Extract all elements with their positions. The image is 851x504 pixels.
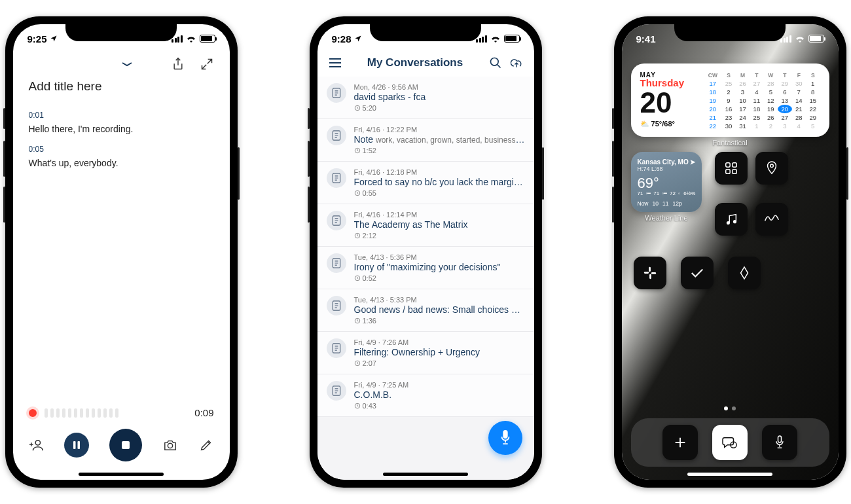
wifi-icon (795, 35, 805, 43)
conversation-duration: 2:07 (354, 359, 525, 367)
app-icon-maps[interactable] (755, 152, 788, 185)
location-arrow-icon: ➤ (690, 158, 695, 166)
weather-trend: 71◦━ 71◦━ 72◦ 6½% (638, 190, 696, 196)
conversation-row[interactable]: Fri, 4/9 · 7:26 AMFiltering: Ownership +… (317, 332, 534, 374)
svg-rect-32 (649, 274, 651, 279)
cloud-upload-icon[interactable] (509, 56, 524, 70)
note-icon (327, 211, 346, 230)
svg-point-27 (727, 222, 730, 225)
svg-rect-2 (78, 441, 81, 449)
calendar-weather-summary: ⛅ 75°/68° (640, 120, 699, 128)
page-dots[interactable] (724, 406, 736, 410)
conversation-row[interactable]: Fri, 4/9 · 7:25 AMC.O.M.B.0:43 (317, 374, 534, 417)
search-icon[interactable] (488, 56, 503, 70)
app-icon-compass[interactable] (728, 257, 761, 289)
conversation-duration: 0:55 (354, 189, 525, 197)
calendar-widget[interactable]: MAY Thursday 20 ⛅ 75°/68° CWSMTWTFS17252… (631, 63, 829, 137)
app-icon-music[interactable] (715, 203, 748, 236)
svg-rect-31 (643, 272, 648, 274)
svg-rect-30 (649, 267, 651, 272)
conversation-duration: 5:20 (354, 104, 525, 112)
note-icon (327, 83, 346, 103)
conversation-duration: 2:12 (354, 232, 525, 240)
conversation-duration: 1:36 (354, 317, 525, 325)
widget-caption: Fantastical (631, 139, 829, 147)
weather-hours: Now 10 11 12p (638, 200, 696, 207)
share-icon[interactable] (171, 57, 185, 71)
location-arrow-icon (354, 35, 362, 43)
phone-frame-3: 9:41 MAY Thursday 20 ⛅ (614, 16, 846, 488)
page-title: My Conversations (349, 56, 482, 69)
weather-now-temp: 69° (638, 175, 696, 192)
app-icon-tasks[interactable] (681, 257, 714, 289)
home-indicator[interactable] (79, 473, 164, 476)
conversation-meta: Mon, 4/26 · 9:56 AM (354, 83, 525, 91)
transcript-area: 0:01 Hello there, I'm recording. 0:05 Wh… (13, 96, 230, 403)
conversation-meta: Fri, 4/16 · 12:14 PM (354, 211, 525, 219)
expand-icon[interactable] (200, 57, 214, 71)
conversation-title: C.O.M.B. (354, 389, 525, 400)
conversation-row[interactable]: Fri, 4/16 · 12:18 PMForced to say no b/c… (317, 162, 534, 204)
app-icon-slack[interactable] (634, 257, 666, 289)
note-icon (327, 126, 346, 145)
dock-icon-chat[interactable] (712, 425, 748, 460)
calendar-daynum: 20 (640, 88, 699, 117)
note-icon (327, 253, 346, 273)
battery-icon (504, 35, 520, 43)
conversation-row[interactable]: Tue, 4/13 · 5:36 PMIrony of "maximizing … (317, 247, 534, 289)
battery-icon (200, 35, 215, 43)
conversation-row[interactable]: Mon, 4/26 · 9:56 AMdavid sparks - fca5:2… (317, 77, 534, 119)
conversation-row[interactable]: Fri, 4/16 · 12:22 PMNote work, vacation,… (317, 119, 534, 162)
svg-point-29 (770, 164, 774, 168)
dock-icon-mic[interactable] (762, 425, 797, 460)
camera-icon[interactable] (162, 437, 178, 453)
conversation-title: Forced to say no b/c you lack the margi… (354, 177, 525, 187)
home-indicator[interactable] (687, 473, 772, 476)
record-fab[interactable] (488, 421, 522, 455)
wifi-icon (490, 35, 501, 43)
pause-button[interactable] (64, 433, 89, 458)
phone-frame-2: 9:28 My Conversations (310, 16, 542, 488)
svg-rect-1 (73, 441, 76, 449)
svg-point-4 (168, 443, 172, 448)
battery-icon (808, 35, 824, 43)
audio-level-meter (45, 408, 118, 418)
add-person-icon[interactable] (29, 437, 45, 453)
conversation-row[interactable]: Fri, 4/16 · 12:14 PMThe Academy as The M… (317, 204, 534, 247)
conversation-row[interactable]: Tue, 4/13 · 5:33 PMGood news / bad news:… (317, 289, 534, 332)
conversation-title: Note work, vacation, grown, started, bus… (354, 134, 525, 145)
phone-frame-1: 9:25 (5, 16, 238, 488)
stop-button[interactable] (109, 429, 142, 461)
elapsed-time: 0:09 (194, 407, 213, 418)
weather-widget[interactable]: Kansas City, MO ➤ H:74 L:68 69° 71◦━ 71◦… (631, 152, 702, 212)
svg-point-5 (490, 58, 498, 66)
conversation-title: david sparks - fca (354, 92, 525, 102)
recording-title-input[interactable]: Add title here (13, 74, 230, 96)
svg-point-28 (734, 221, 736, 223)
app-icon-notes[interactable] (755, 203, 788, 236)
collapse-chevron-icon[interactable] (120, 60, 134, 68)
location-arrow-icon (50, 35, 58, 43)
conversation-meta: Tue, 4/13 · 5:33 PM (354, 296, 525, 304)
home-indicator[interactable] (383, 473, 468, 476)
svg-rect-24 (733, 163, 736, 167)
menu-icon[interactable] (328, 56, 342, 70)
note-icon (327, 168, 346, 188)
conversation-meta: Fri, 4/9 · 7:26 AM (354, 338, 525, 346)
timestamp: 0:05 (29, 145, 214, 154)
weather-hilo: H:74 L:68 (638, 166, 696, 172)
svg-rect-3 (122, 441, 130, 449)
note-icon (327, 338, 346, 358)
dock-icon-add[interactable] (662, 425, 698, 460)
conversation-title: The Academy as The Matrix (354, 219, 525, 230)
app-icon-grid[interactable] (715, 152, 748, 185)
conversation-duration: 0:52 (354, 274, 525, 282)
svg-rect-33 (651, 272, 655, 274)
conversation-title: Irony of "maximizing your decisions" (354, 262, 525, 272)
widget-caption: Weather Line (631, 214, 702, 222)
conversation-duration: 0:43 (354, 402, 525, 410)
highlight-pen-icon[interactable] (198, 437, 214, 453)
svg-rect-25 (726, 170, 730, 173)
transcript-line: What's up, everybody. (29, 158, 214, 168)
timestamp: 0:01 (29, 111, 214, 120)
